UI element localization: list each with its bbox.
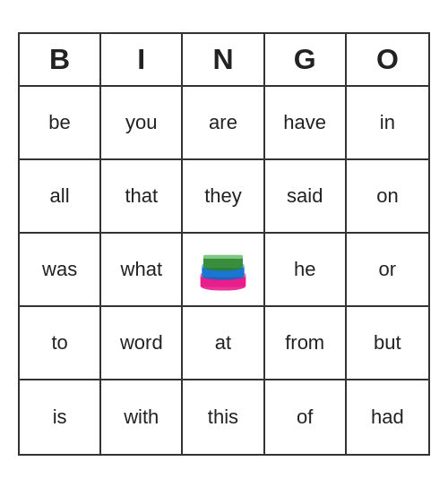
header-i: I (101, 34, 183, 85)
cell-text-0: be (48, 111, 70, 134)
cell-text-10: was (42, 258, 77, 281)
bingo-cell-24[interactable]: had (347, 380, 428, 454)
cell-text-4: in (380, 111, 395, 134)
bingo-cell-0[interactable]: be (20, 87, 101, 160)
bingo-cell-11[interactable]: what (101, 234, 183, 307)
bingo-cell-7[interactable]: they (183, 160, 264, 234)
bingo-cell-8[interactable]: said (265, 160, 347, 234)
header-b: B (20, 34, 101, 85)
bingo-cell-22[interactable]: this (183, 380, 264, 454)
cell-text-16: word (120, 331, 163, 355)
bingo-cell-10[interactable]: was (20, 234, 101, 307)
bingo-cell-13[interactable]: he (265, 234, 347, 307)
cell-text-3: have (283, 111, 326, 134)
bingo-cell-21[interactable]: with (101, 380, 183, 454)
cell-text-17: at (215, 331, 231, 355)
bingo-cell-18[interactable]: from (265, 307, 347, 380)
bingo-cell-19[interactable]: but (347, 307, 428, 380)
cell-text-13: he (294, 258, 315, 281)
cell-text-5: all (50, 184, 70, 208)
bingo-cell-4[interactable]: in (347, 87, 428, 160)
cell-text-15: to (51, 331, 67, 355)
bingo-cell-2[interactable]: are (183, 87, 264, 160)
bingo-cell-1[interactable]: you (101, 87, 183, 160)
bingo-header: B I N G O (20, 34, 428, 87)
cell-text-9: on (376, 184, 398, 208)
bingo-grid: beyouarehaveinallthattheysaidonwaswhat h… (20, 87, 428, 454)
svg-rect-8 (203, 255, 243, 259)
bingo-cell-20[interactable]: is (20, 380, 101, 454)
cell-text-11: what (121, 258, 162, 281)
bingo-cell-12[interactable] (183, 234, 264, 307)
cell-text-23: of (297, 406, 313, 429)
cell-text-19: but (374, 331, 401, 355)
cell-text-14: or (379, 258, 397, 281)
header-g: G (265, 34, 347, 85)
bingo-cell-16[interactable]: word (101, 307, 183, 380)
cell-text-22: this (208, 406, 238, 429)
cell-text-6: that (125, 184, 158, 208)
bingo-cell-6[interactable]: that (101, 160, 183, 234)
bingo-cell-17[interactable]: at (183, 307, 264, 380)
cell-text-2: are (209, 111, 237, 134)
books-icon (196, 244, 250, 294)
bingo-cell-3[interactable]: have (265, 87, 347, 160)
cell-text-1: you (125, 111, 157, 134)
cell-text-21: with (124, 406, 159, 429)
bingo-cell-15[interactable]: to (20, 307, 101, 380)
cell-text-8: said (287, 184, 323, 208)
bingo-cell-14[interactable]: or (347, 234, 428, 307)
cell-text-18: from (285, 331, 324, 355)
header-n: N (183, 34, 264, 85)
cell-text-7: they (204, 184, 242, 208)
cell-text-24: had (371, 406, 404, 429)
header-o: O (347, 34, 428, 85)
bingo-cell-9[interactable]: on (347, 160, 428, 234)
bingo-cell-5[interactable]: all (20, 160, 101, 234)
bingo-cell-23[interactable]: of (265, 380, 347, 454)
bingo-card: B I N G O beyouarehaveinallthattheysaido… (18, 32, 430, 456)
cell-text-20: is (53, 406, 67, 429)
